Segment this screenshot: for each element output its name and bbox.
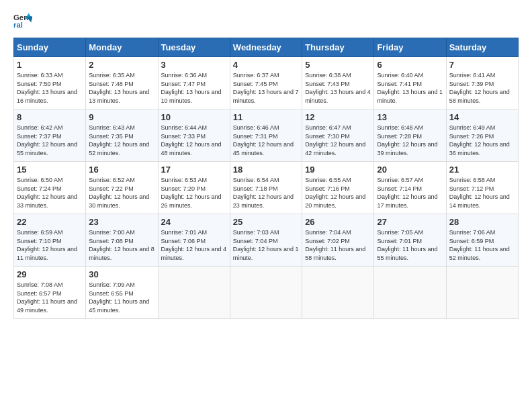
day-number: 5 [305, 60, 371, 70]
day-info: Sunrise: 6:46 AM Sunset: 7:31 PM Dayligh… [233, 124, 299, 157]
day-number: 2 [89, 60, 154, 70]
day-info: Sunrise: 6:44 AM Sunset: 7:33 PM Dayligh… [161, 124, 227, 157]
svg-text:ral: ral [13, 21, 23, 29]
empty-cell [446, 267, 518, 319]
day-cell: 19 Sunrise: 6:55 AM Sunset: 7:16 PM Dayl… [302, 162, 374, 214]
day-cell: 21 Sunrise: 6:58 AM Sunset: 7:12 PM Dayl… [446, 162, 518, 214]
day-number: 18 [233, 165, 299, 175]
day-cell: 22 Sunrise: 6:59 AM Sunset: 7:10 PM Dayl… [14, 214, 86, 267]
day-cell: 20 Sunrise: 6:57 AM Sunset: 7:14 PM Dayl… [374, 162, 446, 214]
day-cell: 7 Sunrise: 6:41 AM Sunset: 7:39 PM Dayli… [446, 57, 518, 109]
day-info: Sunrise: 7:05 AM Sunset: 7:01 PM Dayligh… [377, 228, 443, 262]
day-cell: 26 Sunrise: 7:04 AM Sunset: 7:02 PM Dayl… [302, 214, 374, 267]
day-info: Sunrise: 6:40 AM Sunset: 7:41 PM Dayligh… [377, 71, 443, 105]
logo-icon: Gene ral [13, 11, 32, 30]
header-row: Sunday Monday Tuesday Wednesday Thursday… [14, 38, 519, 57]
day-info: Sunrise: 6:58 AM Sunset: 7:12 PM Dayligh… [449, 176, 515, 210]
day-info: Sunrise: 6:37 AM Sunset: 7:45 PM Dayligh… [233, 71, 299, 105]
day-info: Sunrise: 6:52 AM Sunset: 7:22 PM Dayligh… [89, 176, 154, 210]
col-friday: Friday [374, 38, 446, 57]
calendar-table: Sunday Monday Tuesday Wednesday Thursday… [13, 38, 519, 319]
day-number: 6 [377, 60, 443, 70]
day-number: 13 [377, 112, 443, 122]
day-cell: 5 Sunrise: 6:38 AM Sunset: 7:43 PM Dayli… [302, 57, 374, 109]
page-header: Gene ral [13, 11, 519, 30]
logo: Gene ral [13, 11, 35, 30]
day-info: Sunrise: 6:53 AM Sunset: 7:20 PM Dayligh… [161, 176, 227, 210]
day-cell: 15 Sunrise: 6:50 AM Sunset: 7:24 PM Dayl… [14, 162, 86, 214]
day-cell: 12 Sunrise: 6:47 AM Sunset: 7:30 PM Dayl… [302, 109, 374, 162]
col-monday: Monday [86, 38, 158, 57]
day-number: 14 [449, 112, 515, 122]
day-info: Sunrise: 6:59 AM Sunset: 7:10 PM Dayligh… [17, 228, 83, 262]
day-cell: 16 Sunrise: 6:52 AM Sunset: 7:22 PM Dayl… [86, 162, 158, 214]
day-number: 25 [233, 217, 299, 227]
day-number: 29 [17, 269, 83, 279]
day-number: 30 [89, 269, 154, 279]
day-number: 20 [377, 165, 443, 175]
day-info: Sunrise: 7:06 AM Sunset: 6:59 PM Dayligh… [449, 228, 515, 262]
day-cell: 13 Sunrise: 6:48 AM Sunset: 7:28 PM Dayl… [374, 109, 446, 162]
day-info: Sunrise: 6:33 AM Sunset: 7:50 PM Dayligh… [17, 71, 83, 105]
day-number: 28 [449, 217, 515, 227]
day-cell: 18 Sunrise: 6:54 AM Sunset: 7:18 PM Dayl… [230, 162, 302, 214]
day-cell: 29 Sunrise: 7:08 AM Sunset: 6:57 PM Dayl… [14, 267, 86, 319]
day-cell: 24 Sunrise: 7:01 AM Sunset: 7:06 PM Dayl… [158, 214, 230, 267]
col-wednesday: Wednesday [230, 38, 302, 57]
empty-cell [230, 267, 302, 319]
day-cell: 1 Sunrise: 6:33 AM Sunset: 7:50 PM Dayli… [14, 57, 86, 109]
table-row: 1 Sunrise: 6:33 AM Sunset: 7:50 PM Dayli… [14, 57, 519, 109]
day-number: 27 [377, 217, 443, 227]
table-row: 29 Sunrise: 7:08 AM Sunset: 6:57 PM Dayl… [14, 267, 519, 319]
day-number: 12 [305, 112, 371, 122]
col-saturday: Saturday [446, 38, 518, 57]
day-info: Sunrise: 6:38 AM Sunset: 7:43 PM Dayligh… [305, 71, 371, 105]
day-cell: 4 Sunrise: 6:37 AM Sunset: 7:45 PM Dayli… [230, 57, 302, 109]
day-number: 9 [89, 112, 154, 122]
day-number: 22 [17, 217, 83, 227]
day-cell: 11 Sunrise: 6:46 AM Sunset: 7:31 PM Dayl… [230, 109, 302, 162]
day-info: Sunrise: 7:04 AM Sunset: 7:02 PM Dayligh… [305, 228, 371, 262]
day-info: Sunrise: 7:08 AM Sunset: 6:57 PM Dayligh… [17, 281, 83, 314]
day-cell: 28 Sunrise: 7:06 AM Sunset: 6:59 PM Dayl… [446, 214, 518, 267]
day-number: 3 [161, 60, 227, 70]
day-info: Sunrise: 7:00 AM Sunset: 7:08 PM Dayligh… [89, 228, 154, 262]
day-cell: 17 Sunrise: 6:53 AM Sunset: 7:20 PM Dayl… [158, 162, 230, 214]
day-number: 16 [89, 165, 154, 175]
day-info: Sunrise: 6:49 AM Sunset: 7:26 PM Dayligh… [449, 124, 515, 157]
day-info: Sunrise: 6:41 AM Sunset: 7:39 PM Dayligh… [449, 71, 515, 105]
day-info: Sunrise: 6:36 AM Sunset: 7:47 PM Dayligh… [161, 71, 227, 105]
day-number: 23 [89, 217, 154, 227]
day-number: 11 [233, 112, 299, 122]
table-row: 8 Sunrise: 6:42 AM Sunset: 7:37 PM Dayli… [14, 109, 519, 162]
day-info: Sunrise: 6:50 AM Sunset: 7:24 PM Dayligh… [17, 176, 83, 210]
day-info: Sunrise: 6:42 AM Sunset: 7:37 PM Dayligh… [17, 124, 83, 157]
day-number: 19 [305, 165, 371, 175]
day-cell: 6 Sunrise: 6:40 AM Sunset: 7:41 PM Dayli… [374, 57, 446, 109]
day-cell: 14 Sunrise: 6:49 AM Sunset: 7:26 PM Dayl… [446, 109, 518, 162]
day-number: 1 [17, 60, 83, 70]
day-number: 4 [233, 60, 299, 70]
day-number: 10 [161, 112, 227, 122]
day-info: Sunrise: 6:55 AM Sunset: 7:16 PM Dayligh… [305, 176, 371, 210]
day-info: Sunrise: 7:01 AM Sunset: 7:06 PM Dayligh… [161, 228, 227, 262]
day-number: 7 [449, 60, 515, 70]
table-row: 22 Sunrise: 6:59 AM Sunset: 7:10 PM Dayl… [14, 214, 519, 267]
day-cell: 2 Sunrise: 6:35 AM Sunset: 7:48 PM Dayli… [86, 57, 158, 109]
day-info: Sunrise: 6:43 AM Sunset: 7:35 PM Dayligh… [89, 124, 154, 157]
day-info: Sunrise: 7:09 AM Sunset: 6:55 PM Dayligh… [89, 281, 154, 314]
day-cell: 30 Sunrise: 7:09 AM Sunset: 6:55 PM Dayl… [86, 267, 158, 319]
day-cell: 23 Sunrise: 7:00 AM Sunset: 7:08 PM Dayl… [86, 214, 158, 267]
table-row: 15 Sunrise: 6:50 AM Sunset: 7:24 PM Dayl… [14, 162, 519, 214]
day-info: Sunrise: 6:48 AM Sunset: 7:28 PM Dayligh… [377, 124, 443, 157]
day-cell: 8 Sunrise: 6:42 AM Sunset: 7:37 PM Dayli… [14, 109, 86, 162]
day-cell: 3 Sunrise: 6:36 AM Sunset: 7:47 PM Dayli… [158, 57, 230, 109]
empty-cell [374, 267, 446, 319]
col-thursday: Thursday [302, 38, 374, 57]
day-info: Sunrise: 6:57 AM Sunset: 7:14 PM Dayligh… [377, 176, 443, 210]
empty-cell [158, 267, 230, 319]
day-number: 26 [305, 217, 371, 227]
day-number: 8 [17, 112, 83, 122]
day-info: Sunrise: 6:54 AM Sunset: 7:18 PM Dayligh… [233, 176, 299, 210]
day-number: 17 [161, 165, 227, 175]
